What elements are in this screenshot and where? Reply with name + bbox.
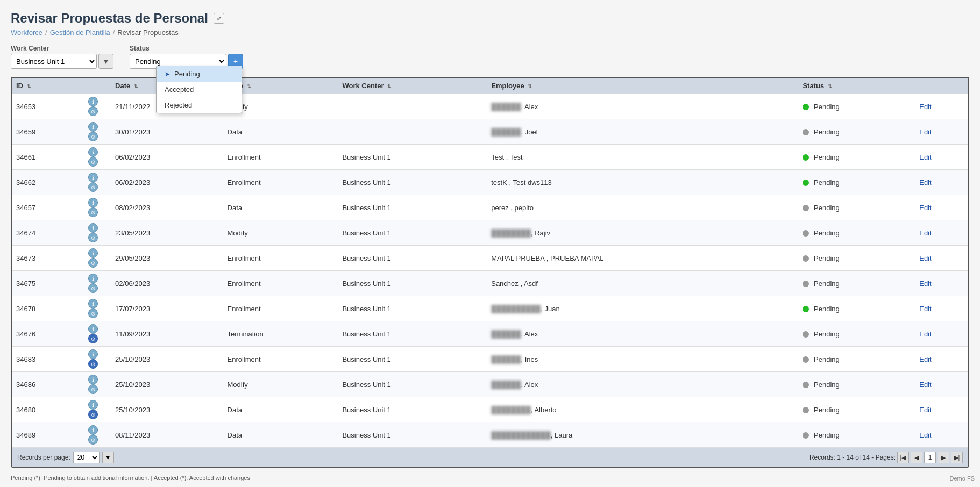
edit-link[interactable]: Edit	[919, 204, 931, 212]
cell-edit[interactable]: Edit	[915, 195, 968, 220]
clock-icon[interactable]: ⊙	[88, 106, 98, 116]
rpp-select[interactable]: 20 50 100	[73, 452, 100, 463]
cell-employee: ████████, Rajiv	[487, 220, 798, 246]
edit-link[interactable]: Edit	[919, 229, 931, 237]
info-icon[interactable]: ℹ	[88, 400, 98, 410]
cell-edit[interactable]: Edit	[915, 271, 968, 296]
col-employee[interactable]: Employee ⇅	[487, 78, 798, 94]
work-center-dropdown-btn[interactable]: ▼	[98, 54, 113, 69]
cell-id: 34678	[12, 296, 84, 321]
edit-link[interactable]: Edit	[919, 280, 931, 288]
dropdown-item-rejected[interactable]: Rejected	[157, 97, 242, 113]
cell-employee: Sanchez , Asdf	[487, 271, 798, 296]
clock-icon[interactable]: ⊙	[88, 334, 98, 343]
employee-name: Test , Test	[491, 153, 522, 161]
cell-edit[interactable]: Edit	[915, 347, 968, 372]
page-last-btn[interactable]: ▶|	[951, 452, 963, 463]
status-text: Pending	[814, 153, 840, 161]
status-dot	[803, 154, 809, 161]
cell-edit[interactable]: Edit	[915, 296, 968, 321]
col-id[interactable]: ID ⇅	[12, 78, 84, 94]
info-icon[interactable]: ℹ	[88, 147, 98, 157]
cell-edit[interactable]: Edit	[915, 372, 968, 397]
edit-link[interactable]: Edit	[919, 305, 931, 313]
page-next-btn[interactable]: ▶	[938, 452, 949, 463]
dropdown-arrow: ➤	[165, 70, 170, 78]
edit-link[interactable]: Edit	[919, 153, 931, 161]
info-icon[interactable]: ℹ	[88, 375, 98, 384]
cell-work-center: Business Unit 1	[338, 321, 487, 347]
rpp-down-btn[interactable]: ▼	[102, 452, 114, 463]
cell-status: Pending	[798, 195, 915, 220]
status-text: Pending	[814, 305, 840, 313]
clock-icon[interactable]: ⊙	[88, 359, 98, 369]
info-icon[interactable]: ℹ	[88, 198, 98, 207]
filters-section: Work Center Business Unit 1 ▼ Status Pen…	[0, 39, 980, 74]
cell-edit[interactable]: Edit	[915, 246, 968, 271]
edit-link[interactable]: Edit	[919, 355, 931, 363]
cell-edit[interactable]: Edit	[915, 119, 968, 145]
clock-icon[interactable]: ⊙	[88, 258, 98, 268]
status-dropdown: ➤ Pending Accepted Rejected	[156, 66, 242, 113]
col-status[interactable]: Status ⇅	[798, 78, 915, 94]
dropdown-item-accepted[interactable]: Accepted	[157, 82, 242, 97]
info-icon[interactable]: ℹ	[88, 223, 98, 233]
clock-icon[interactable]: ⊙	[88, 410, 98, 419]
status-text: Pending	[814, 103, 840, 111]
clock-icon[interactable]: ⊙	[88, 207, 98, 217]
info-icon[interactable]: ℹ	[88, 122, 98, 132]
page-first-btn[interactable]: |◀	[897, 452, 909, 463]
info-icon[interactable]: ℹ	[88, 349, 98, 359]
edit-link[interactable]: Edit	[919, 330, 931, 338]
employee-suffix: , Laura	[551, 431, 572, 439]
employee-suffix: , Juan	[541, 305, 559, 313]
edit-link[interactable]: Edit	[919, 103, 931, 111]
info-icon[interactable]: ℹ	[88, 173, 98, 182]
cell-edit[interactable]: Edit	[915, 145, 968, 170]
edit-link[interactable]: Edit	[919, 381, 931, 389]
clock-icon[interactable]: ⊙	[88, 157, 98, 167]
clock-icon[interactable]: ⊙	[88, 435, 98, 445]
cell-edit[interactable]: Edit	[915, 94, 968, 119]
employee-blurred: ██████	[491, 330, 521, 338]
clock-icon[interactable]: ⊙	[88, 233, 98, 242]
dropdown-item-pending[interactable]: ➤ Pending	[157, 66, 242, 82]
page-prev-btn[interactable]: ◀	[911, 452, 922, 463]
info-icon[interactable]: ℹ	[88, 324, 98, 334]
edit-link[interactable]: Edit	[919, 431, 931, 439]
clock-icon[interactable]: ⊙	[88, 384, 98, 394]
cell-edit[interactable]: Edit	[915, 422, 968, 448]
cell-work-center	[338, 119, 487, 145]
edit-link[interactable]: Edit	[919, 254, 931, 262]
info-icon[interactable]: ℹ	[88, 425, 98, 435]
edit-link[interactable]: Edit	[919, 128, 931, 136]
edit-link[interactable]: Edit	[919, 178, 931, 187]
clock-icon[interactable]: ⊙	[88, 132, 98, 141]
cell-edit[interactable]: Edit	[915, 397, 968, 422]
cell-edit[interactable]: Edit	[915, 170, 968, 195]
cell-status: Pending	[798, 94, 915, 119]
cell-id: 34680	[12, 397, 84, 422]
info-icon[interactable]: ℹ	[88, 299, 98, 309]
info-icon[interactable]: ℹ	[88, 274, 98, 283]
cell-edit[interactable]: Edit	[915, 220, 968, 246]
col-work-center[interactable]: Work Center ⇅	[338, 78, 487, 94]
main-table-container: ID ⇅ Date ⇅ Type ⇅ Work Center ⇅ Employe…	[11, 77, 969, 468]
clock-icon[interactable]: ⊙	[88, 283, 98, 293]
cell-status: Pending	[798, 422, 915, 448]
status-label: Status	[130, 45, 243, 52]
employee-suffix: , Alex	[521, 381, 538, 389]
cell-icons: ℹ ⊙	[84, 119, 111, 145]
clock-icon[interactable]: ⊙	[88, 182, 98, 192]
edit-link[interactable]: Edit	[919, 406, 931, 414]
clock-icon[interactable]: ⊙	[88, 309, 98, 318]
expand-icon[interactable]: ⤢	[214, 13, 224, 24]
work-center-select[interactable]: Business Unit 1	[11, 54, 97, 69]
info-icon[interactable]: ℹ	[88, 248, 98, 258]
info-icon[interactable]: ℹ	[88, 97, 98, 106]
cell-edit[interactable]: Edit	[915, 321, 968, 347]
breadcrumb-workforce[interactable]: Workforce	[11, 28, 42, 37]
breadcrumb-gestion[interactable]: Gestión de Plantilla	[50, 28, 110, 37]
status-text: Pending	[814, 204, 840, 212]
employee-suffix: , Joel	[521, 128, 537, 136]
